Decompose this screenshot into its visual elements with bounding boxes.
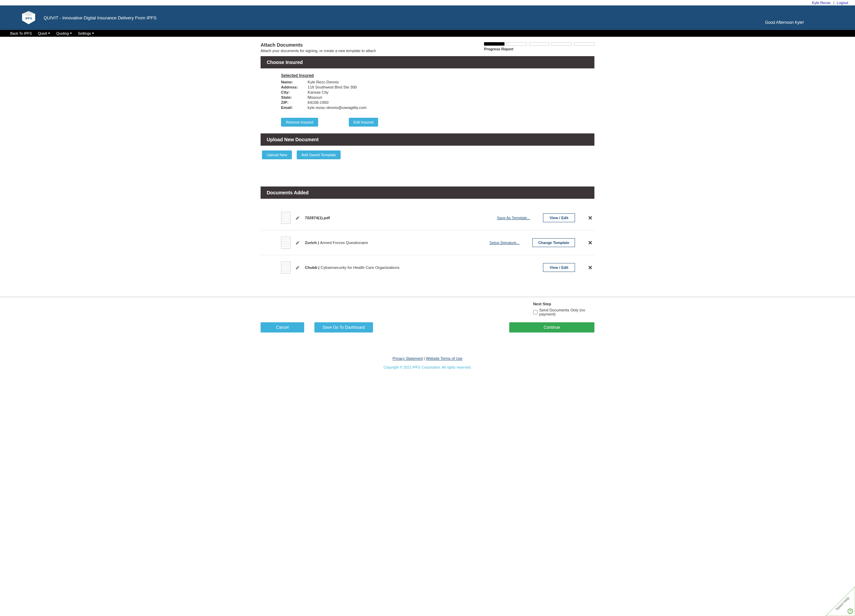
cancel-button[interactable]: Cancel xyxy=(260,322,304,333)
ipfs-logo-icon: IPFS xyxy=(20,9,37,26)
footer-buttons: Cancel Save Go To Dashboard Continue xyxy=(260,322,595,333)
document-name-bold: Zurich | xyxy=(305,241,320,245)
greeting: Good Afternoon Kyle! xyxy=(765,11,845,25)
document-name: Zurich | Armed Forces Questionaire xyxy=(305,241,368,245)
change-template-button[interactable]: Change Template xyxy=(532,238,575,247)
privacy-statement-link[interactable]: Privacy Statement xyxy=(392,356,423,361)
nav-quoting-label: Quoting xyxy=(56,31,69,35)
app-title: QUIVIT - Innovative Digital Insurance De… xyxy=(44,15,156,20)
progress-step-2 xyxy=(507,42,527,46)
document-thumbnail-icon xyxy=(281,261,291,274)
document-thumbnail-icon xyxy=(281,212,291,224)
edit-pencil-icon[interactable] xyxy=(295,265,300,270)
nav-quoting[interactable]: Quoting xyxy=(56,31,72,35)
document-row: 702874(1).pdf Save As Template... View /… xyxy=(260,206,595,230)
progress-label: Progress Report xyxy=(484,47,595,51)
progress-step-4 xyxy=(552,42,572,46)
value-name: Kyle Rezc-Dennis xyxy=(308,80,339,84)
selected-insured-heading: Selected Insured xyxy=(281,73,588,78)
label-city: City: xyxy=(281,90,302,94)
progress-step-1 xyxy=(484,42,504,46)
legal-links: Privacy Statement | Website Terms of Use xyxy=(0,356,855,361)
value-state: Missouri xyxy=(308,95,322,99)
next-step-label: Next Step xyxy=(533,302,595,306)
value-email: kyle.rezac-dennis@useagility.com xyxy=(308,105,366,110)
send-docs-only-row: Send Documents Only (no payment) xyxy=(533,308,595,316)
add-saved-template-button[interactable]: Add Saved Template xyxy=(297,150,341,159)
header-left: IPFS QUIVIT - Innovative Digital Insuran… xyxy=(20,9,156,26)
section-documents-added-header: Documents Added xyxy=(260,186,595,199)
value-address: 118 Southwest Blvd Ste 300 xyxy=(308,85,357,89)
insured-button-row: Remove Insured Edit Insured xyxy=(281,118,588,127)
setup-signature-link[interactable]: Setup Signature... xyxy=(489,241,519,245)
remove-document-icon[interactable]: ✕ xyxy=(588,215,592,221)
continue-button[interactable]: Continue xyxy=(509,322,595,333)
section-upload-header: Upload New Document xyxy=(260,133,595,146)
label-address: Address: xyxy=(281,85,302,89)
documents-list: 702874(1).pdf Save As Template... View /… xyxy=(260,206,595,280)
chevron-down-icon xyxy=(92,33,94,34)
document-name: Chubb | Cybsersecurity for Health Care O… xyxy=(305,266,399,269)
footer-inner: Next Step Send Documents Only (no paymen… xyxy=(260,302,595,333)
progress-step-3 xyxy=(529,42,549,46)
document-name-bold: 702874(1).pdf xyxy=(305,216,330,220)
document-row: Chubb | Cybsersecurity for Health Care O… xyxy=(260,255,595,280)
user-link[interactable]: Kyle Rezac xyxy=(812,1,831,5)
send-documents-only-label: Send Documents Only (no payment) xyxy=(539,308,595,316)
section-choose-insured-header: Choose Insured xyxy=(260,56,595,69)
selected-insured: Selected Insured Name:Kyle Rezc-Dennis A… xyxy=(281,73,588,127)
copyright: Copyright © 2021 IPFS Corporation. All r… xyxy=(0,365,855,369)
nav-settings-label: Settings xyxy=(78,31,91,35)
send-documents-only-checkbox[interactable] xyxy=(533,310,538,315)
nav-back-to-ipfs[interactable]: Back To IPFS xyxy=(10,31,32,35)
label-state: State: xyxy=(281,95,302,99)
edit-pencil-icon[interactable] xyxy=(295,240,300,245)
progress-report: Progress Report xyxy=(484,42,595,51)
edit-insured-button[interactable]: Edit Insured xyxy=(349,118,378,127)
view-edit-button[interactable]: View / Edit xyxy=(543,263,575,272)
label-zip: ZIP: xyxy=(281,100,302,104)
value-zip: 64108-1950 xyxy=(308,100,328,104)
page-subtitle: Attach your documents for signing, or cr… xyxy=(260,49,376,53)
document-name-tail: Armed Forces Questionaire xyxy=(320,241,368,245)
remove-document-icon[interactable]: ✕ xyxy=(588,264,592,271)
save-go-to-dashboard-button[interactable]: Save Go To Dashboard xyxy=(314,322,373,333)
section-choose-insured-body: Selected Insured Name:Kyle Rezc-Dennis A… xyxy=(260,69,595,133)
svg-text:IPFS: IPFS xyxy=(25,17,32,20)
footer-bar: Next Step Send Documents Only (no paymen… xyxy=(0,297,855,343)
chevron-down-icon xyxy=(70,33,72,34)
main-content: Attach Documents Attach your documents f… xyxy=(260,42,595,280)
separator: | xyxy=(833,1,834,5)
title-row: Attach Documents Attach your documents f… xyxy=(260,42,595,56)
document-name: 702874(1).pdf xyxy=(305,216,330,220)
nav-settings[interactable]: Settings xyxy=(78,31,94,35)
nav-quivit[interactable]: Quivit xyxy=(38,31,50,35)
page-heading-block: Attach Documents Attach your documents f… xyxy=(260,42,376,56)
page-title: Attach Documents xyxy=(260,42,376,47)
nav-bar: Back To IPFS Quivit Quoting Settings xyxy=(0,30,855,37)
chevron-down-icon xyxy=(48,33,50,34)
remove-document-icon[interactable]: ✕ xyxy=(588,240,592,246)
upload-new-button[interactable]: Upload New xyxy=(262,150,292,159)
logout-link[interactable]: Logout xyxy=(837,1,848,5)
progress-boxes xyxy=(484,42,595,46)
header: IPFS QUIVIT - Innovative Digital Insuran… xyxy=(0,5,855,30)
progress-step-5 xyxy=(574,42,595,46)
save-as-template-link[interactable]: Save As Template... xyxy=(497,216,530,220)
value-city: Kansas City xyxy=(308,90,328,94)
top-user-links: Kyle Rezac | Logout xyxy=(0,0,855,5)
document-thumbnail-icon xyxy=(281,237,291,249)
label-email: Email: xyxy=(281,105,302,110)
terms-of-use-link[interactable]: Website Terms of Use xyxy=(426,356,463,361)
nav-quivit-label: Quivit xyxy=(38,31,47,35)
document-name-bold: Chubb | xyxy=(305,266,320,269)
upload-button-row: Upload New Add Saved Template xyxy=(260,146,595,186)
remove-insured-button[interactable]: Remove Insured xyxy=(281,118,318,127)
view-edit-button[interactable]: View / Edit xyxy=(543,213,575,222)
label-name: Name: xyxy=(281,80,302,84)
edit-pencil-icon[interactable] xyxy=(295,216,300,220)
document-row: Zurich | Armed Forces Questionaire Setup… xyxy=(260,230,595,255)
footer-left-buttons: Cancel Save Go To Dashboard xyxy=(260,322,373,333)
document-name-tail: Cybsersecurity for Health Care Organizat… xyxy=(320,266,399,269)
